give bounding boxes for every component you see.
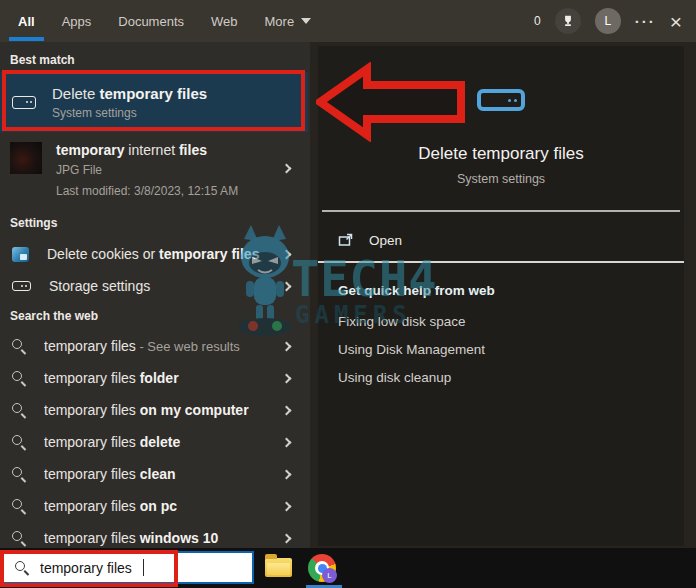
tab-documents[interactable]: Documents — [118, 0, 184, 42]
tab-more-label: More — [265, 14, 295, 29]
jpg-thumbnail — [10, 142, 42, 174]
search-filter-bar: All Apps Documents Web More 0 L ··· × — [0, 0, 696, 42]
chevron-down-icon — [301, 18, 311, 24]
suggestion-text: temporary files on pc — [44, 498, 265, 514]
web-suggestion-row[interactable]: temporary files folder — [0, 363, 308, 393]
divider — [318, 261, 684, 263]
taskbar-search-input[interactable]: temporary files — [2, 551, 254, 584]
search-results-panel: Best match Delete temporary files System… — [0, 42, 310, 548]
search-icon — [12, 467, 26, 481]
suggestion-text: temporary files delete — [44, 434, 265, 450]
windows-search-flyout: All Apps Documents Web More 0 L ··· × — [0, 0, 696, 588]
preview-title: Delete temporary files — [318, 144, 684, 164]
chevron-right-icon[interactable] — [282, 437, 292, 447]
chevron-right-icon[interactable] — [282, 281, 292, 291]
best-match-subtitle: System settings — [52, 106, 207, 120]
search-icon — [12, 531, 26, 545]
open-label: Open — [369, 233, 402, 248]
launch-icon — [338, 232, 354, 248]
taskbar: temporary files L — [0, 548, 696, 588]
web-suggestion-row[interactable]: temporary files delete — [0, 427, 308, 457]
search-icon — [15, 561, 29, 575]
chevron-right-icon[interactable] — [282, 373, 292, 383]
help-link-low-disk-space[interactable]: Fixing low disk space — [338, 314, 466, 329]
system-settings-icon — [12, 96, 36, 109]
rewards-count: 0 — [534, 14, 541, 28]
web-suggestion-row[interactable]: temporary files on my computer — [0, 395, 308, 425]
chevron-right-icon[interactable] — [282, 164, 292, 174]
help-link-quick-help[interactable]: Get quick help from web — [338, 283, 495, 298]
file-last-modified: Last modified: 3/8/2023, 12:15 AM — [56, 184, 238, 198]
result-preview-panel: Delete temporary files System settings O… — [318, 46, 684, 546]
best-match-text: Delete temporary files System settings — [52, 85, 207, 120]
best-match-title: Delete temporary files — [52, 85, 207, 102]
chevron-right-icon[interactable] — [282, 533, 292, 543]
topbar-controls: 0 L ··· × — [534, 0, 682, 42]
trophy-glyph — [561, 14, 575, 28]
file-result-title: temporary internet files — [56, 142, 238, 158]
web-suggestion-row[interactable]: temporary files clean — [0, 459, 308, 489]
result-text: Storage settings — [49, 278, 265, 294]
best-match-header: Best match — [10, 53, 75, 67]
web-suggestion-row[interactable]: temporary files - See web results — [0, 331, 308, 361]
filter-tabs: All Apps Documents Web More — [18, 0, 311, 42]
search-icon — [12, 371, 26, 385]
search-icon — [12, 435, 26, 449]
chevron-right-icon[interactable] — [282, 469, 292, 479]
web-suggestion-row[interactable]: temporary files on pc — [0, 491, 308, 521]
suggestion-text: temporary files - See web results — [44, 338, 265, 354]
close-icon[interactable]: × — [670, 11, 682, 32]
text-cursor — [143, 559, 145, 576]
tab-all[interactable]: All — [18, 0, 35, 42]
more-options-icon[interactable]: ··· — [635, 13, 656, 30]
file-type: JPG File — [56, 163, 238, 177]
tab-apps[interactable]: Apps — [62, 0, 92, 42]
help-link-disk-cleanup[interactable]: Using disk cleanup — [338, 370, 451, 385]
tab-web[interactable]: Web — [211, 0, 238, 42]
chevron-right-icon[interactable] — [282, 249, 292, 259]
search-input-value: temporary files — [40, 560, 132, 576]
search-the-web-header: Search the web — [10, 309, 98, 323]
storage-settings-icon — [12, 281, 31, 291]
settings-result-storage[interactable]: Storage settings — [0, 271, 308, 301]
tab-more[interactable]: More — [265, 0, 312, 42]
preview-subtitle: System settings — [318, 172, 684, 186]
file-result[interactable]: temporary internet files JPG File Last m… — [0, 137, 308, 211]
avatar[interactable]: L — [595, 8, 621, 34]
system-settings-icon-large — [477, 89, 525, 111]
file-result-text: temporary internet files JPG File Last m… — [56, 142, 238, 211]
chevron-right-icon[interactable] — [282, 501, 292, 511]
search-icon — [12, 499, 26, 513]
search-icon — [12, 339, 26, 353]
chevron-right-icon[interactable] — [282, 341, 292, 351]
suggestion-text: temporary files clean — [44, 466, 265, 482]
open-action[interactable]: Open — [338, 227, 402, 253]
best-match-result[interactable]: Delete temporary files System settings — [0, 72, 308, 132]
help-link-disk-management[interactable]: Using Disk Management — [338, 342, 485, 357]
suggestion-text: temporary files windows 10 — [44, 530, 265, 546]
settings-header: Settings — [10, 216, 57, 230]
internet-options-icon — [12, 247, 29, 262]
result-text: Delete cookies or temporary files — [47, 246, 265, 262]
suggestion-text: temporary files folder — [44, 370, 265, 386]
divider — [322, 210, 680, 212]
settings-result-cookies[interactable]: Delete cookies or temporary files — [0, 239, 308, 269]
chevron-right-icon[interactable] — [282, 405, 292, 415]
search-icon — [12, 403, 26, 417]
rewards-icon[interactable] — [555, 8, 581, 34]
file-explorer-icon[interactable] — [265, 558, 292, 577]
chrome-profile-badge: L — [322, 568, 337, 583]
suggestion-text: temporary files on my computer — [44, 402, 265, 418]
